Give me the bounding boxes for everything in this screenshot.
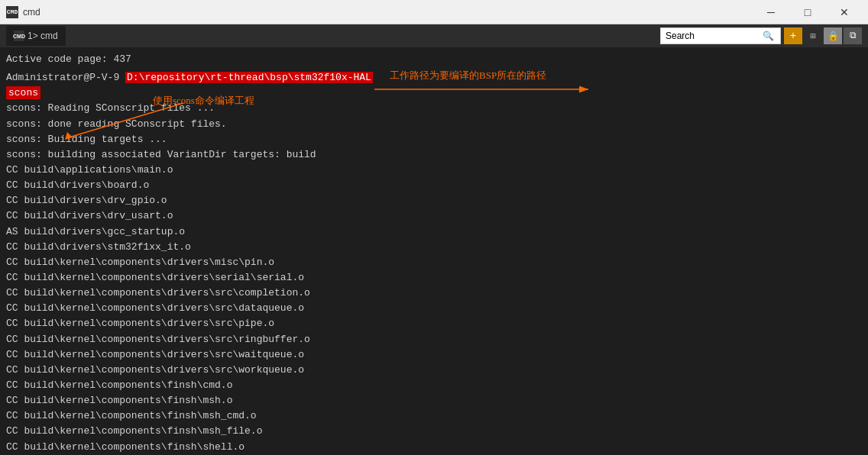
tab-item[interactable]: CMD 1> cmd: [6, 26, 66, 46]
toolbar-buttons: + ⊞ 🔒 ⧉: [784, 27, 862, 44]
tab-bar-right: 🔍 + ⊞ 🔒 ⧉: [660, 27, 862, 44]
terminal-line: AS build\drivers\gcc_startup.o: [6, 224, 862, 240]
prompt-separator: [119, 72, 125, 83]
terminal: Active code page: 437 Administrator@P-V-…: [0, 47, 868, 455]
prompt-line: Administrator@P-V-9 D:\repository\rt-thr…: [6, 70, 862, 86]
terminal-line: CC build\kernel\components\finsh\msh_fil…: [6, 424, 862, 439]
terminal-line: scons: building associated VariantDir ta…: [6, 147, 862, 163]
terminal-line: CC build\kernel\components\finsh\cmd.o: [6, 378, 862, 393]
title-bar-left: CMD cmd: [6, 6, 40, 18]
cmd-icon: CMD: [6, 6, 18, 18]
tab-bar: CMD 1> cmd 🔍 + ⊞ 🔒 ⧉: [0, 24, 868, 47]
close-button[interactable]: ✕: [827, 0, 862, 24]
minimize-button[interactable]: ─: [753, 0, 789, 24]
terminal-line: scons: done reading SConscript files.: [6, 117, 862, 132]
terminal-output: scons: Reading SConscript files ...scons…: [6, 101, 862, 455]
grid-icon[interactable]: ⊞: [804, 27, 822, 44]
scons-cmd-line: scons: [6, 86, 862, 101]
window-controls: ─ □ ✕: [753, 0, 862, 24]
tab-label: 1> cmd: [28, 31, 58, 41]
window-title: cmd: [23, 7, 40, 18]
terminal-line: CC build\kernel\components\drivers\seria…: [6, 270, 862, 286]
split-icon[interactable]: ⧉: [844, 27, 862, 44]
terminal-line: CC build\drivers\board.o: [6, 178, 862, 193]
prompt-path: D:\repository\rt-thread\bsp\stm32f10x-HA…: [125, 72, 373, 83]
terminal-line: CC build\kernel\components\drivers\src\w…: [6, 347, 862, 363]
title-bar: CMD cmd ─ □ ✕: [0, 0, 868, 24]
terminal-line: CC build\kernel\components\finsh\msh.o: [6, 393, 862, 408]
terminal-line: CC build\kernel\components\finsh\msh_cmd…: [6, 408, 862, 424]
terminal-line: CC build\kernel\components\drivers\misc\…: [6, 255, 862, 270]
terminal-line: CC build\kernel\components\drivers\src\w…: [6, 363, 862, 378]
terminal-line: CC build\kernel\components\drivers\src\r…: [6, 332, 862, 347]
search-icon[interactable]: 🔍: [760, 28, 776, 44]
terminal-line: CC build\drivers\stm32f1xx_it.o: [6, 240, 862, 255]
add-button[interactable]: +: [784, 27, 802, 44]
terminal-line: CC build\kernel\components\drivers\src\p…: [6, 316, 862, 331]
codepage-text: Active code page: 437: [6, 53, 131, 65]
terminal-line: CC build\kernel\components\drivers\src\c…: [6, 286, 862, 301]
terminal-line: CC build\kernel\components\drivers\src\d…: [6, 301, 862, 316]
terminal-line: scons: Building targets ...: [6, 132, 862, 147]
scons-cmd: scons: [6, 86, 40, 99]
terminal-line: CC build\drivers\drv_usart.o: [6, 208, 862, 224]
codepage-line: Active code page: 437: [6, 52, 862, 67]
search-box: 🔍: [660, 27, 781, 44]
terminal-line: CC build\applications\main.o: [6, 163, 862, 178]
lock-icon[interactable]: 🔒: [824, 27, 842, 44]
tab-bar-left: CMD 1> cmd: [6, 26, 66, 46]
tab-icon: CMD: [14, 31, 24, 41]
terminal-line: CC build\drivers\drv_gpio.o: [6, 193, 862, 208]
maximize-button[interactable]: □: [790, 0, 825, 24]
search-input[interactable]: [666, 31, 757, 41]
terminal-line: CC build\kernel\components\finsh\shell.o: [6, 440, 862, 455]
prompt-user: Administrator@P-V-9: [6, 72, 119, 83]
terminal-line: scons: Reading SConscript files ...: [6, 101, 862, 116]
